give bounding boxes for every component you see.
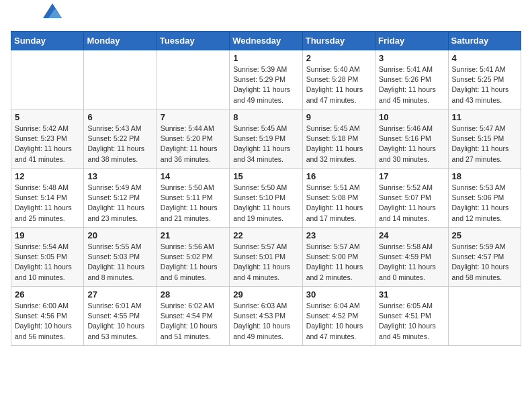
day-info: Sunrise: 5:53 AM Sunset: 5:06 PM Dayligh… xyxy=(452,183,517,224)
calendar-cell xyxy=(157,50,229,109)
day-info: Sunrise: 5:41 AM Sunset: 5:25 PM Dayligh… xyxy=(452,64,517,105)
calendar-week-row: 1Sunrise: 5:39 AM Sunset: 5:29 PM Daylig… xyxy=(11,50,521,109)
day-info: Sunrise: 5:45 AM Sunset: 5:18 PM Dayligh… xyxy=(306,124,371,165)
calendar-week-row: 12Sunrise: 5:48 AM Sunset: 5:14 PM Dayli… xyxy=(11,169,521,228)
day-number: 20 xyxy=(87,230,152,240)
day-info: Sunrise: 6:04 AM Sunset: 4:52 PM Dayligh… xyxy=(306,301,371,342)
day-info: Sunrise: 5:57 AM Sunset: 5:01 PM Dayligh… xyxy=(233,242,298,283)
day-info: Sunrise: 6:01 AM Sunset: 4:55 PM Dayligh… xyxy=(87,301,152,342)
calendar-header-wednesday: Wednesday xyxy=(230,32,302,50)
calendar-cell: 18Sunrise: 5:53 AM Sunset: 5:06 PM Dayli… xyxy=(448,169,521,228)
calendar-cell: 9Sunrise: 5:45 AM Sunset: 5:18 PM Daylig… xyxy=(302,109,375,169)
calendar-header-monday: Monday xyxy=(84,32,157,50)
day-info: Sunrise: 6:00 AM Sunset: 4:56 PM Dayligh… xyxy=(15,301,80,342)
day-info: Sunrise: 5:59 AM Sunset: 4:57 PM Dayligh… xyxy=(452,242,517,283)
day-info: Sunrise: 5:46 AM Sunset: 5:16 PM Dayligh… xyxy=(379,124,444,165)
day-number: 5 xyxy=(15,112,80,122)
day-info: Sunrise: 5:57 AM Sunset: 5:00 PM Dayligh… xyxy=(306,242,371,283)
page-header xyxy=(11,11,521,23)
calendar-cell: 13Sunrise: 5:49 AM Sunset: 5:12 PM Dayli… xyxy=(84,169,157,228)
day-number: 8 xyxy=(233,112,298,122)
day-number: 14 xyxy=(161,171,226,181)
day-info: Sunrise: 5:47 AM Sunset: 5:15 PM Dayligh… xyxy=(452,124,517,165)
calendar-cell: 26Sunrise: 6:00 AM Sunset: 4:56 PM Dayli… xyxy=(11,287,84,346)
day-info: Sunrise: 5:49 AM Sunset: 5:12 PM Dayligh… xyxy=(87,183,152,224)
calendar-cell: 17Sunrise: 5:52 AM Sunset: 5:07 PM Dayli… xyxy=(375,169,448,228)
calendar-cell: 21Sunrise: 5:56 AM Sunset: 5:02 PM Dayli… xyxy=(157,228,229,287)
day-number: 13 xyxy=(87,171,152,181)
day-info: Sunrise: 5:55 AM Sunset: 5:03 PM Dayligh… xyxy=(87,242,152,283)
calendar-cell: 5Sunrise: 5:42 AM Sunset: 5:23 PM Daylig… xyxy=(11,109,84,169)
day-info: Sunrise: 5:41 AM Sunset: 5:26 PM Dayligh… xyxy=(379,64,444,105)
day-number: 11 xyxy=(452,112,517,122)
day-number: 31 xyxy=(379,289,444,300)
calendar-cell: 2Sunrise: 5:40 AM Sunset: 5:28 PM Daylig… xyxy=(302,50,375,109)
day-number: 23 xyxy=(306,230,371,240)
day-number: 18 xyxy=(452,171,517,181)
calendar-header-saturday: Saturday xyxy=(448,32,521,50)
calendar-header-sunday: Sunday xyxy=(11,32,84,50)
calendar-cell: 31Sunrise: 6:05 AM Sunset: 4:51 PM Dayli… xyxy=(375,287,448,346)
day-info: Sunrise: 5:40 AM Sunset: 5:28 PM Dayligh… xyxy=(306,64,371,105)
day-info: Sunrise: 6:05 AM Sunset: 4:51 PM Dayligh… xyxy=(379,301,444,342)
day-info: Sunrise: 5:48 AM Sunset: 5:14 PM Dayligh… xyxy=(15,183,80,224)
calendar-cell: 15Sunrise: 5:50 AM Sunset: 5:10 PM Dayli… xyxy=(230,169,302,228)
day-info: Sunrise: 5:54 AM Sunset: 5:05 PM Dayligh… xyxy=(15,242,80,283)
day-info: Sunrise: 5:50 AM Sunset: 5:10 PM Dayligh… xyxy=(233,183,298,224)
day-number: 21 xyxy=(161,230,226,240)
day-number: 9 xyxy=(306,112,371,122)
calendar-cell: 6Sunrise: 5:43 AM Sunset: 5:22 PM Daylig… xyxy=(84,109,157,169)
day-info: Sunrise: 5:52 AM Sunset: 5:07 PM Dayligh… xyxy=(379,183,444,224)
calendar-header-thursday: Thursday xyxy=(302,32,375,50)
day-info: Sunrise: 5:45 AM Sunset: 5:19 PM Dayligh… xyxy=(233,124,298,165)
day-number: 26 xyxy=(15,289,80,300)
day-info: Sunrise: 5:56 AM Sunset: 5:02 PM Dayligh… xyxy=(161,242,226,283)
day-info: Sunrise: 6:02 AM Sunset: 4:54 PM Dayligh… xyxy=(161,301,226,342)
calendar-header-tuesday: Tuesday xyxy=(157,32,229,50)
day-number: 1 xyxy=(233,53,298,63)
day-number: 6 xyxy=(87,112,152,122)
calendar-cell: 20Sunrise: 5:55 AM Sunset: 5:03 PM Dayli… xyxy=(84,228,157,287)
day-number: 27 xyxy=(87,289,152,300)
calendar-cell: 30Sunrise: 6:04 AM Sunset: 4:52 PM Dayli… xyxy=(302,287,375,346)
day-info: Sunrise: 6:03 AM Sunset: 4:53 PM Dayligh… xyxy=(233,301,298,342)
day-number: 22 xyxy=(233,230,298,240)
calendar-cell xyxy=(11,50,84,109)
calendar-cell: 8Sunrise: 5:45 AM Sunset: 5:19 PM Daylig… xyxy=(230,109,302,169)
day-number: 7 xyxy=(161,112,226,122)
day-number: 2 xyxy=(306,53,371,63)
calendar-cell: 3Sunrise: 5:41 AM Sunset: 5:26 PM Daylig… xyxy=(375,50,448,109)
day-info: Sunrise: 5:58 AM Sunset: 4:59 PM Dayligh… xyxy=(379,242,444,283)
calendar-cell: 10Sunrise: 5:46 AM Sunset: 5:16 PM Dayli… xyxy=(375,109,448,169)
calendar-week-row: 19Sunrise: 5:54 AM Sunset: 5:05 PM Dayli… xyxy=(11,228,521,287)
calendar-cell: 27Sunrise: 6:01 AM Sunset: 4:55 PM Dayli… xyxy=(84,287,157,346)
day-info: Sunrise: 5:39 AM Sunset: 5:29 PM Dayligh… xyxy=(233,64,298,105)
day-info: Sunrise: 5:50 AM Sunset: 5:11 PM Dayligh… xyxy=(161,183,226,224)
day-number: 24 xyxy=(379,230,444,240)
day-number: 3 xyxy=(379,53,444,63)
calendar-week-row: 26Sunrise: 6:00 AM Sunset: 4:56 PM Dayli… xyxy=(11,287,521,346)
day-info: Sunrise: 5:44 AM Sunset: 5:20 PM Dayligh… xyxy=(161,124,226,165)
calendar-cell xyxy=(448,287,521,346)
calendar-cell: 11Sunrise: 5:47 AM Sunset: 5:15 PM Dayli… xyxy=(448,109,521,169)
calendar-cell: 12Sunrise: 5:48 AM Sunset: 5:14 PM Dayli… xyxy=(11,169,84,228)
logo xyxy=(11,11,62,23)
calendar-week-row: 5Sunrise: 5:42 AM Sunset: 5:23 PM Daylig… xyxy=(11,109,521,169)
day-number: 28 xyxy=(161,289,226,300)
calendar-cell: 19Sunrise: 5:54 AM Sunset: 5:05 PM Dayli… xyxy=(11,228,84,287)
day-number: 29 xyxy=(233,289,298,300)
day-info: Sunrise: 5:42 AM Sunset: 5:23 PM Dayligh… xyxy=(15,124,80,165)
calendar-cell xyxy=(84,50,157,109)
calendar-cell: 1Sunrise: 5:39 AM Sunset: 5:29 PM Daylig… xyxy=(230,50,302,109)
day-number: 12 xyxy=(15,171,80,181)
day-number: 15 xyxy=(233,171,298,181)
day-number: 10 xyxy=(379,112,444,122)
logo-icon xyxy=(43,3,62,18)
calendar-table: SundayMondayTuesdayWednesdayThursdayFrid… xyxy=(11,31,521,346)
calendar-header-row: SundayMondayTuesdayWednesdayThursdayFrid… xyxy=(11,32,521,50)
calendar-cell: 22Sunrise: 5:57 AM Sunset: 5:01 PM Dayli… xyxy=(230,228,302,287)
calendar-cell: 23Sunrise: 5:57 AM Sunset: 5:00 PM Dayli… xyxy=(302,228,375,287)
day-number: 16 xyxy=(306,171,371,181)
day-info: Sunrise: 5:43 AM Sunset: 5:22 PM Dayligh… xyxy=(87,124,152,165)
calendar-cell: 14Sunrise: 5:50 AM Sunset: 5:11 PM Dayli… xyxy=(157,169,229,228)
